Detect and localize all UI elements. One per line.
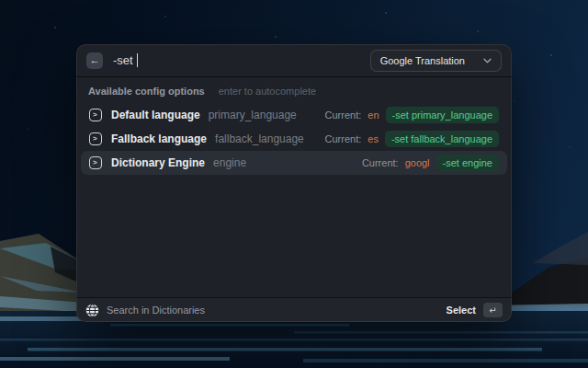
select-action-label[interactable]: Select: [447, 305, 476, 316]
search-query: -set: [113, 53, 133, 67]
current-value: en: [368, 109, 379, 121]
back-arrow-icon: ←: [90, 55, 100, 65]
section-hint: enter to autocomplete: [219, 86, 316, 97]
row-title: Fallback language: [111, 132, 207, 145]
terminal-prompt-icon: >: [89, 109, 102, 121]
footer-app-name: Search in Dictionaries: [107, 305, 205, 316]
engine-dropdown-value: Google Translation: [380, 55, 465, 66]
current-value: es: [368, 133, 379, 144]
row-subtitle: engine: [213, 156, 246, 169]
set-command-badge: -set fallback_language: [385, 131, 499, 147]
launcher-window: ← -set Google Translation Available conf…: [76, 44, 512, 322]
text-cursor: [137, 53, 138, 67]
row-title: Dictionary Engine: [111, 156, 205, 169]
back-button[interactable]: ←: [86, 52, 103, 69]
current-label: Current:: [362, 157, 399, 168]
config-options-list: > Default language primary_language Curr…: [76, 101, 512, 177]
terminal-prompt-icon: >: [89, 156, 102, 169]
search-bar: ← -set Google Translation: [76, 44, 512, 77]
section-title: Available config options: [88, 86, 205, 97]
row-subtitle: fallback_language: [215, 132, 304, 145]
terminal-prompt-icon: >: [89, 132, 102, 145]
list-item-fallback-language[interactable]: > Fallback language fallback_language Cu…: [81, 127, 507, 151]
enter-key-hint: ↵: [483, 303, 503, 317]
section-header: Available config options enter to autoco…: [76, 77, 512, 101]
list-item-default-language[interactable]: > Default language primary_language Curr…: [81, 103, 507, 127]
set-command-badge: -set engine: [436, 155, 499, 171]
chevron-down-icon: [483, 58, 492, 63]
current-value: googl: [405, 157, 430, 168]
globe-app-icon: [85, 304, 99, 317]
search-input[interactable]: -set: [113, 53, 138, 67]
row-subtitle: primary_language: [209, 109, 297, 121]
current-label: Current:: [325, 133, 362, 144]
action-bar: Search in Dictionaries Select ↵: [76, 297, 512, 322]
set-command-badge: -set primary_language: [386, 107, 499, 123]
current-label: Current:: [325, 109, 362, 121]
engine-dropdown[interactable]: Google Translation: [370, 50, 502, 72]
list-item-dictionary-engine[interactable]: > Dictionary Engine engine Current: goog…: [81, 151, 507, 175]
row-title: Default language: [111, 109, 200, 121]
